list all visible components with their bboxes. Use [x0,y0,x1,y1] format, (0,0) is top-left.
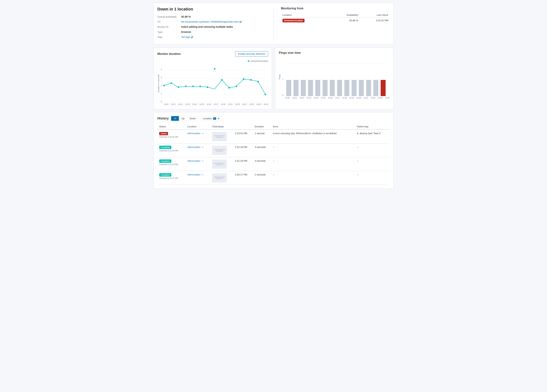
svg-rect-33 [294,80,298,96]
duration-x-label: 14:13 [185,103,190,105]
pings-x-label: 14:20 [356,97,361,99]
filter-up-button[interactable]: Up [179,116,187,121]
duration-x-label: 14:19 [228,103,232,105]
history-location-cell: Add location ↗ [185,157,210,171]
history-status-cell: Complete Checked 2:20:17 PM [157,171,185,185]
history-table-row: Complete Checked 2:20:17 PM Add location… [157,171,390,185]
status-badge: Failed [159,132,168,135]
monitor-id-row: Monitor ID todos-adding and removing mul… [157,25,266,28]
duration-x-labels: 14:1014:1114:1214:1314:1414:1514:1614:17… [157,103,268,105]
svg-text:0: 0 [161,101,162,103]
history-location-cell: Add location ↗ [185,144,210,157]
duration-chart-svg: 0 1 2 3 4 Duration in seconds [157,63,268,103]
duration-x-label: 14:16 [206,103,211,105]
svg-point-15 [192,86,194,87]
location-ext-icon: ↗ [202,160,203,162]
duration-x-label: 14:22 [249,103,254,105]
svg-point-14 [185,86,186,87]
thumb-line-2 [216,178,223,179]
add-location-link[interactable]: Add location [187,146,200,148]
svg-point-11 [163,85,165,86]
location-filter-count: 0 [213,117,216,120]
tags-row: Tags Set tags [157,36,266,38]
add-location-link[interactable]: Add location [187,132,200,135]
duration-x-label: 14:12 [178,103,183,105]
history-thumbnail-cell [210,144,233,157]
duration-x-label: 14:11 [171,103,176,105]
duration-x-label: 14:15 [199,103,204,105]
availability-label: Overall availability [157,15,181,18]
location-ext-icon: ↗ [202,132,203,135]
location-filter-dropdown[interactable]: Location 0 ▾ [201,116,221,121]
svg-rect-42 [359,80,364,96]
pings-chart-header: Pings over time [279,51,390,55]
pings-x-label: 14:13 [307,97,311,99]
overview-left: Down in 1 location Overall availability … [157,7,274,41]
history-error-cell: io:error executing step: ReferenceError:… [271,130,355,144]
pings-x-label: 14:18 [342,97,347,99]
set-tags-link[interactable]: Set tags [181,36,190,38]
legend-dot-icon [248,60,249,62]
pings-x-label: 14:21 [363,97,368,99]
history-table-row: Failed Checked 2:23:41 PM Add location ↗… [157,130,390,144]
history-failed-step-cell: -- [355,157,390,171]
col-availability: Availability [331,13,360,18]
pings-x-label: 14:11 [292,97,297,99]
pings-chart-svg: 0 1 Pings [279,57,390,97]
history-thumbnail-cell [210,171,233,185]
history-status-cell: Complete Checked 2:22:18 PM [157,144,185,157]
thumb-line-1 [214,135,225,136]
status-badge: Complete [159,146,171,149]
svg-point-17 [207,86,208,88]
filter-all-button[interactable]: All [171,116,179,121]
add-location-link[interactable]: Add location [187,159,200,162]
history-col-duration: Duration [253,124,271,130]
charts-row: Monitor duration Enable anomaly detectio… [154,47,393,112]
history-timestamp-cell: 2:22:18 PM [233,144,253,157]
pings-chart-wrap: 0 1 Pings [279,57,390,99]
pings-x-label: 14:14 [314,97,318,99]
anomaly-detection-button[interactable]: Enable anomaly detection [235,51,268,56]
pings-x-labels: 14:1014:1114:1214:1314:1414:1514:1614:17… [279,97,390,99]
location-ext-icon: ↗ [202,174,203,176]
error-text: -- [273,173,274,176]
pings-x-label: 14:16 [328,97,333,99]
filter-down-button[interactable]: Down [187,116,198,121]
checked-time: Checked 2:22:18 PM [159,150,184,152]
thumb-line-2 [216,165,223,165]
pings-x-label: 14:10 [285,97,290,99]
error-text: -- [273,160,274,162]
history-duration-cell: 2 seconds [253,171,271,185]
history-failed-step-cell: -- [355,171,390,185]
url-link[interactable]: file:///tmp/elastic-synthetics-764860569… [181,20,239,23]
svg-point-16 [199,86,201,87]
svg-rect-36 [315,80,320,96]
col-last-check: Last check [360,13,390,18]
monitor-id-value: todos-adding and removing multiple tasks [181,25,233,28]
history-error-cell: -- [271,157,355,171]
svg-rect-39 [337,80,342,96]
svg-rect-32 [286,80,291,96]
svg-text:1: 1 [161,92,162,95]
monitoring-last-check-cell: 2:23:41 PM [360,18,390,23]
location-badge: Unnamed-location [282,19,305,22]
monitor-id-label: Monitor ID [157,26,181,28]
type-row: Type browser [157,30,266,33]
history-table-row: Complete Checked 2:21:19 PM Add location… [157,157,390,171]
overview-card: Down in 1 location Overall availability … [154,3,393,44]
history-col-timestamp: Timestamp [210,124,253,130]
add-location-link[interactable]: Add location [187,173,200,176]
checked-time: Checked 2:20:17 PM [159,177,184,179]
legend-label: Unnamed-location [250,60,268,62]
history-status-cell: Failed Checked 2:23:41 PM [157,130,185,144]
svg-point-13 [178,86,179,88]
svg-text:4: 4 [161,68,162,70]
svg-text:1: 1 [282,78,283,80]
monitoring-availability-cell: 92.86 % [331,18,360,23]
duration-x-label: 14:18 [221,103,226,105]
svg-rect-40 [344,80,349,96]
url-label: Url [157,20,181,23]
availability-value: 92.86 % [181,15,191,18]
history-filter-group: All Up Down [171,116,198,121]
svg-text:Pings: Pings [279,74,281,79]
